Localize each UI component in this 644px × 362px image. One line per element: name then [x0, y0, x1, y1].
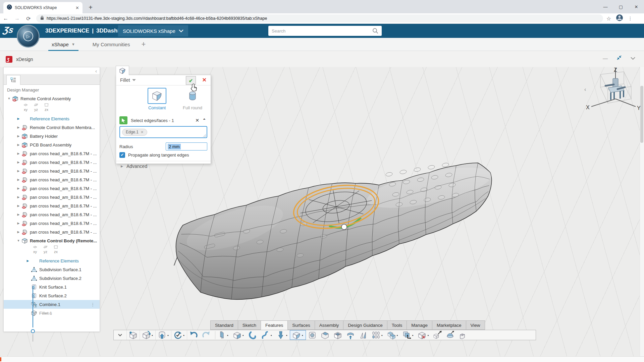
dropdown-arrow-icon[interactable]: ▲ [427, 334, 429, 336]
tab-close-icon[interactable]: ✕ [75, 5, 79, 10]
ribbon-tab-sketch[interactable]: Sketch [238, 320, 261, 330]
step-button[interactable] [457, 330, 469, 340]
tree-item-remote-control-body-remote[interactable]: ▼Remote Control Body (Remote... [4, 236, 100, 245]
wrap-button[interactable] [344, 330, 357, 340]
fillet-dialog-tab[interactable] [116, 66, 129, 75]
selection-chip[interactable]: Edge.1 ✕ [122, 129, 147, 136]
dome-button[interactable] [444, 330, 457, 340]
design-manager-tab[interactable] [6, 75, 20, 85]
page-scrollbar[interactable] [640, 67, 644, 356]
rib-button[interactable] [357, 330, 370, 340]
browser-tab[interactable]: SOLIDWORKS xShape ✕ [3, 2, 83, 13]
dropdown-arrow-icon[interactable]: ▲ [151, 334, 153, 336]
tree-item-knit-surface-1[interactable]: Knit Surface.1 [4, 283, 100, 291]
tab-xshape[interactable]: xShape ▼ [43, 38, 84, 51]
plane-xy[interactable]: xy [33, 245, 38, 256]
hole-button[interactable] [306, 330, 319, 340]
revolve-button[interactable] [246, 330, 259, 340]
redo-button[interactable] [200, 330, 213, 340]
dropdown-arrow-icon[interactable]: ▲ [167, 334, 169, 336]
tree-item-remote-control-assembly[interactable]: ▼SWRemote Control Assembly [4, 94, 100, 103]
dropdown-arrow-icon[interactable]: ▲ [242, 334, 244, 336]
selection-field[interactable]: Edge.1 ✕ [119, 126, 207, 138]
profile-avatar[interactable] [616, 14, 623, 23]
dropdown-arrow-icon[interactable]: ▲ [270, 334, 272, 336]
expand-arrow-icon[interactable]: ▼ [16, 239, 20, 242]
undo-button[interactable] [187, 330, 200, 340]
tree-item-subdivision-surface-1[interactable]: Subdivision Surface.1 [4, 265, 100, 274]
tree-item-subdivision-surface-2[interactable]: Subdivision Surface.2 [4, 274, 100, 283]
tree-item-remote-control-button-membra[interactable]: ▶SWRemote Control Button Membra... [4, 123, 100, 132]
tree-item-pan-cross-head-am-b18-6-7m[interactable]: ▶SWpan cross head_am_B18.6.7M - ... [4, 184, 100, 193]
item-menu-icon[interactable]: ⋮ [91, 302, 95, 307]
collapse-arrow-icon[interactable]: ▶ [16, 204, 20, 207]
move-button[interactable]: ▲ [400, 330, 416, 340]
collapse-arrow-icon[interactable]: ▶ [26, 259, 30, 262]
ribbon-tab-surfaces[interactable]: Surfaces [287, 320, 314, 330]
collapse-arrow-icon[interactable]: ▶ [16, 143, 20, 146]
dropdown-arrow-icon[interactable]: ▲ [227, 334, 229, 336]
plane-zx[interactable]: zx [44, 103, 49, 114]
sweep-button[interactable]: ▲ [259, 330, 274, 340]
chamfer-button[interactable] [319, 330, 331, 340]
tree-item-fillet-1[interactable]: Fillet.1 [4, 309, 100, 317]
collapse-arrow-icon[interactable]: ▶ [16, 195, 20, 199]
collapse-arrow-icon[interactable]: ▶ [16, 152, 20, 155]
tree-item-pan-cross-head-am-b18-6-7m[interactable]: ▶SWpan cross head_am_B18.6.7M - ... [4, 228, 100, 236]
propagate-checkbox[interactable]: ✔ [119, 152, 125, 158]
chevron-down-icon[interactable] [132, 79, 136, 81]
new-tab-button[interactable]: + [87, 4, 95, 11]
boss-button[interactable]: ▲ [231, 330, 246, 340]
minimize-icon[interactable]: — [603, 55, 608, 61]
window-close-button[interactable]: ✕ [629, 0, 644, 13]
collapse-icon[interactable] [631, 55, 635, 61]
scale-button[interactable] [431, 330, 444, 340]
forward-icon[interactable]: → [11, 15, 23, 21]
tree-item-pan-cross-head-am-b18-6-7m[interactable]: ▶SWpan cross head_am_B18.6.7M - ... [4, 167, 100, 175]
chrome-menu-icon[interactable]: ⋮ [625, 16, 636, 21]
dropdown-arrow-icon[interactable]: ▲ [183, 334, 185, 336]
advanced-section[interactable]: ▶ Advanced [116, 161, 211, 171]
tree-item-combine-1[interactable]: Combine.1⋮ [4, 300, 100, 309]
tree-item-reference-elements[interactable]: ▶Reference Elements [4, 256, 100, 265]
ribbon-tab-marketplace[interactable]: Marketplace [432, 320, 466, 330]
timeline-marker[interactable] [31, 329, 35, 333]
tab-my-communities[interactable]: My Communities [84, 38, 139, 51]
search-icon[interactable] [372, 28, 378, 34]
draft-button[interactable]: ▲ [274, 330, 290, 340]
app-switcher[interactable]: SOLIDWORKS xShape [118, 25, 188, 37]
tree-item-pcb-board-assembly[interactable]: ▶SWPCB Board Assembly [4, 140, 100, 149]
dropdown-arrow-icon[interactable]: ▲ [396, 334, 398, 336]
dropdown-arrow-icon[interactable]: ▲ [381, 334, 383, 336]
split-button[interactable]: ▲ [215, 330, 231, 340]
collapse-arrow-icon[interactable]: ▶ [16, 169, 20, 173]
collapse-arrow-icon[interactable]: ▶ [16, 230, 20, 234]
chevron-up-icon[interactable]: ⌃ [203, 118, 206, 123]
ribbon-tab-assembly[interactable]: Assembly [315, 320, 343, 330]
ribbon-tab-standard[interactable]: Standard [210, 320, 238, 330]
window-maximize-button[interactable]: ▢ [613, 0, 629, 13]
collapse-arrow-icon[interactable]: ▶ [16, 134, 20, 138]
tree-item-reference-elements[interactable]: ▶Reference Elements [4, 114, 100, 123]
tree-item-knit-surface-2[interactable]: Knit Surface.2 [4, 291, 100, 300]
ribbon-tab-tools[interactable]: Tools [387, 320, 407, 330]
back-icon[interactable]: ← [0, 15, 11, 21]
expand-arrow-icon[interactable]: ▼ [7, 97, 11, 100]
plane-xy[interactable]: xy [23, 103, 28, 114]
tree-item-pan-cross-head-am-b18-6-7m[interactable]: ▶SWpan cross head_am_B18.6.7M - ... [4, 193, 100, 201]
ribbon-tab-view[interactable]: View [466, 320, 485, 330]
collapse-arrow-icon[interactable]: ▶ [16, 187, 20, 190]
radius-input[interactable]: 2 mm [166, 142, 207, 150]
update-button[interactable]: ▲ [171, 330, 187, 340]
shell-button[interactable] [331, 330, 344, 340]
dropdown-arrow-icon[interactable]: ▲ [412, 334, 414, 336]
collapse-arrow-icon[interactable]: ▶ [16, 213, 20, 216]
bookmark-star-icon[interactable]: ☆ [603, 15, 614, 22]
ribbon-tab-features[interactable]: Features [261, 320, 287, 330]
collapse-arrow-icon[interactable]: ▶ [16, 222, 20, 225]
url-field[interactable]: https://euw1-21swi10131-ifwe.3dx-staging… [36, 14, 603, 22]
collapse-arrow-icon[interactable]: ▶ [16, 126, 20, 129]
resize-handle[interactable] [203, 134, 206, 137]
collapse-arrow-icon[interactable]: ▶ [16, 178, 20, 181]
tree-item-pan-cross-head-am-b18-6-7m[interactable]: ▶SWpan cross head_am_B18.6.7M - ... [4, 219, 100, 228]
